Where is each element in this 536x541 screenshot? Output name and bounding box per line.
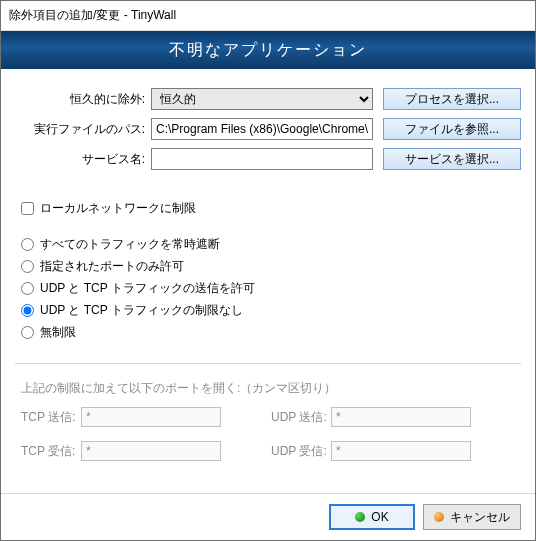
service-label: サービス名: (15, 151, 151, 168)
ok-icon (355, 512, 365, 522)
radio-udp-tcp-out-label: UDP と TCP トラフィックの送信を許可 (40, 280, 255, 297)
dialog-window: 除外項目の追加/変更 - TinyWall 不明なアプリケーション 恒久的に除外… (0, 0, 536, 541)
banner-title: 不明なアプリケーション (169, 40, 367, 61)
ok-label: OK (371, 510, 388, 524)
udp-send-input (331, 407, 471, 427)
path-label: 実行ファイルのパス: (15, 121, 151, 138)
checkbox-area: ローカルネットワークに制限 (1, 187, 535, 233)
radio-ports-only-label: 指定されたポートのみ許可 (40, 258, 184, 275)
banner: 不明なアプリケーション (1, 31, 535, 69)
cancel-label: キャンセル (450, 509, 510, 526)
form-area: 恒久的に除外: 恒久的 プロセスを選択... 実行ファイルのパス: ファイルを参… (1, 69, 535, 187)
cancel-icon (434, 512, 444, 522)
radio-udp-tcp-out[interactable] (21, 282, 34, 295)
titlebar: 除外項目の追加/変更 - TinyWall (1, 1, 535, 31)
exclude-select[interactable]: 恒久的 (151, 88, 373, 110)
udp-recv-label: UDP 受信: (271, 443, 331, 460)
restrict-local-checkbox[interactable] (21, 202, 34, 215)
radio-block-all-label: すべてのトラフィックを常時遮断 (40, 236, 220, 253)
ports-section: 上記の制限に加えて以下のポートを開く:（カンマ区切り） TCP 送信: UDP … (1, 370, 535, 471)
radio-unlimited-label: 無制限 (40, 324, 76, 341)
radio-no-limit-udptcp[interactable] (21, 304, 34, 317)
radio-block-all[interactable] (21, 238, 34, 251)
select-service-button[interactable]: サービスを選択... (383, 148, 521, 170)
radio-unlimited[interactable] (21, 326, 34, 339)
radio-ports-only[interactable] (21, 260, 34, 273)
exclude-label: 恒久的に除外: (15, 91, 151, 108)
udp-send-label: UDP 送信: (271, 409, 331, 426)
radio-no-limit-udptcp-label: UDP と TCP トラフィックの制限なし (40, 302, 243, 319)
tcp-recv-label: TCP 受信: (21, 443, 81, 460)
ok-button[interactable]: OK (329, 504, 415, 530)
cancel-button[interactable]: キャンセル (423, 504, 521, 530)
divider (15, 363, 521, 364)
browse-file-button[interactable]: ファイルを参照... (383, 118, 521, 140)
tcp-send-input (81, 407, 221, 427)
footer: OK キャンセル (1, 493, 535, 540)
udp-recv-input (331, 441, 471, 461)
ports-caption: 上記の制限に加えて以下のポートを開く:（カンマ区切り） (21, 380, 515, 397)
radio-area: すべてのトラフィックを常時遮断 指定されたポートのみ許可 UDP と TCP ト… (1, 233, 535, 357)
restrict-local-label: ローカルネットワークに制限 (40, 200, 196, 217)
path-input[interactable] (151, 118, 373, 140)
window-title: 除外項目の追加/変更 - TinyWall (9, 7, 176, 24)
service-input[interactable] (151, 148, 373, 170)
select-process-button[interactable]: プロセスを選択... (383, 88, 521, 110)
tcp-recv-input (81, 441, 221, 461)
tcp-send-label: TCP 送信: (21, 409, 81, 426)
